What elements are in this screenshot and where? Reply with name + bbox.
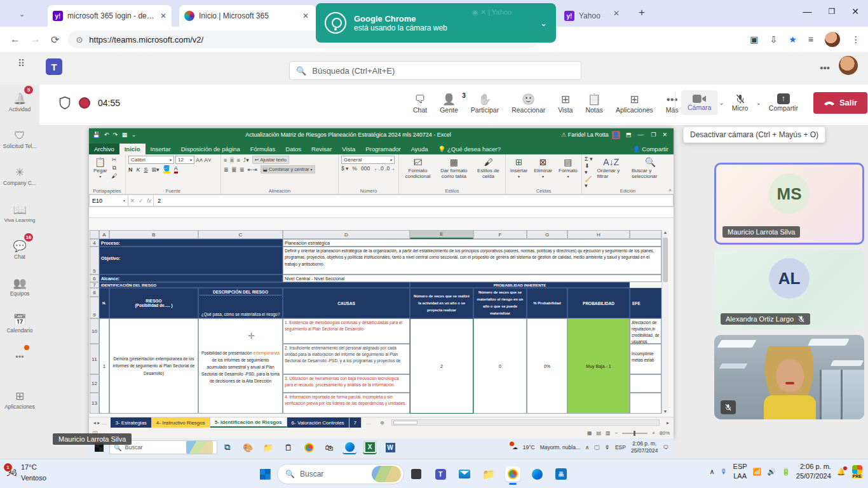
row-header-6[interactable]: 6 bbox=[90, 274, 99, 282]
fill-color-icon[interactable]: 🪣 bbox=[163, 165, 170, 173]
align-bottom-icon[interactable]: ≡ bbox=[237, 157, 240, 163]
normal-view-icon[interactable]: ▦ bbox=[587, 430, 592, 436]
share-button[interactable]: ↑ Compartir bbox=[763, 90, 804, 116]
participant-tile-mauricio[interactable]: MS Mauricio Larrota Silva bbox=[714, 163, 864, 245]
taskbar-chrome-icon[interactable] bbox=[505, 466, 520, 482]
row-header-11[interactable]: 11 bbox=[90, 344, 99, 374]
cell-causa-2[interactable]: 2. Insuficiente entrenamiento del person… bbox=[283, 344, 410, 374]
cell-alcance-label[interactable]: Alcance: bbox=[99, 274, 283, 282]
extensions-icon[interactable]: ≡ bbox=[808, 34, 813, 44]
scroll-thumb[interactable] bbox=[663, 238, 668, 282]
cell-descripcion-1[interactable]: Posibilidad de presentación extemporanea… bbox=[198, 318, 283, 414]
shared-notes-icon[interactable]: 🗒 bbox=[281, 440, 295, 454]
camera-button[interactable]: Cámara bbox=[681, 90, 717, 115]
shared-weather-temp[interactable]: 19°C bbox=[523, 444, 535, 451]
grow-font-icon[interactable]: A˄ bbox=[196, 157, 203, 163]
cancel-icon[interactable]: ✕ bbox=[130, 198, 135, 204]
cell-riesgo-1[interactable]: Demora (presentación extemporanea de los… bbox=[109, 318, 198, 414]
zoom-slider[interactable] bbox=[622, 433, 648, 434]
zoom-level[interactable]: 80% bbox=[660, 430, 670, 436]
sidebar-item-calendario[interactable]: 📅 Calendario bbox=[0, 306, 39, 342]
sidebar-item-solicitud[interactable]: 🛡 Solicitud Tel... bbox=[0, 121, 39, 158]
orientation-icon[interactable]: ⤴▾ bbox=[243, 157, 249, 163]
cell-realizo-1[interactable]: 2 bbox=[410, 318, 473, 414]
meeting-view-button[interactable]: ⊞Vista bbox=[552, 90, 579, 118]
format-cells-button[interactable]: ▤Formato▾ bbox=[557, 156, 580, 180]
zoom-out-icon[interactable]: − bbox=[615, 430, 618, 436]
meeting-react-button[interactable]: 🙂Reaccionar bbox=[505, 90, 552, 118]
shared-store-icon[interactable]: 🛍 bbox=[322, 440, 336, 454]
tab-search-chevron[interactable]: ⌄ bbox=[19, 10, 25, 18]
cell-efecto-2[interactable]: Incumplimie metas estab bbox=[630, 344, 661, 374]
shared-display-icon[interactable]: 🖵 bbox=[594, 444, 599, 451]
meeting-chat-button[interactable]: 🗨Chat bbox=[407, 90, 433, 118]
scroll-up-icon[interactable]: ▲ bbox=[662, 230, 668, 237]
row-header-12[interactable]: 12 bbox=[90, 374, 99, 393]
ribbon-options-icon[interactable]: ⬒ bbox=[626, 132, 632, 138]
header-veces-realizo[interactable]: Número de veces que se realizó la activi… bbox=[410, 288, 473, 318]
window-maximize-button[interactable]: ❐ bbox=[829, 7, 836, 16]
shared-taskview-icon[interactable]: ⧉ bbox=[220, 440, 234, 454]
font-color-icon[interactable]: A bbox=[174, 165, 178, 173]
taskbar-weather-widget[interactable]: 🌬 1 17°C Ventoso bbox=[6, 462, 46, 483]
row-header-8[interactable]: 8 bbox=[90, 288, 99, 297]
cell-materializo-1[interactable]: 0 bbox=[473, 318, 527, 414]
autosum-icon[interactable]: Σ ▾ bbox=[585, 156, 593, 162]
font-size-select[interactable]: 12▾ bbox=[175, 156, 194, 164]
notification-bell-icon[interactable]: 🔔 bbox=[837, 468, 846, 476]
align-center-icon[interactable]: ≣ bbox=[232, 166, 237, 173]
tab-close-icon[interactable]: ✕ bbox=[302, 11, 309, 20]
cut-icon[interactable]: ✂ bbox=[112, 156, 117, 164]
header-probabilidad[interactable]: PROBABILIDAD bbox=[567, 288, 630, 318]
number-format-select[interactable]: General▾ bbox=[341, 156, 395, 164]
header-descripcion[interactable]: DESCRIPCIÓN DEL RIESGO ¿Qué pasa, cómo s… bbox=[198, 288, 283, 318]
tab-archivo[interactable]: Archivo bbox=[89, 144, 119, 154]
battery-icon[interactable]: 🔋 bbox=[782, 468, 790, 476]
row-header-5[interactable]: 5 bbox=[90, 247, 99, 274]
browser-tab-1[interactable]: y! microsoft 365 login - de búsque ✕ bbox=[48, 5, 172, 27]
shared-edge-icon[interactable] bbox=[342, 440, 356, 454]
taskbar-explorer-icon[interactable]: 📁 bbox=[481, 466, 496, 482]
taskbar-scanner-icon[interactable]: 🖶 bbox=[553, 466, 569, 482]
sidebar-item-more[interactable]: ••• bbox=[0, 342, 39, 370]
cell-objetivo-label[interactable]: Objetivo: bbox=[99, 247, 283, 274]
teams-avatar[interactable] bbox=[839, 56, 858, 75]
sheet-tab-identificacion[interactable]: 5- Identificación de Riesgos bbox=[210, 417, 287, 428]
tray-chevron-icon[interactable]: ∧ bbox=[710, 468, 715, 476]
cell-efecto-4[interactable] bbox=[630, 393, 661, 414]
col-header-F[interactable]: F bbox=[473, 230, 527, 239]
bold-button[interactable]: N bbox=[128, 166, 133, 173]
participant-tile-video[interactable] bbox=[714, 335, 864, 419]
menu-icon[interactable]: ⋮ bbox=[851, 34, 860, 44]
cell-styles-button[interactable]: 🖌Estilos de celda bbox=[474, 156, 503, 180]
align-right-icon[interactable]: ≣ bbox=[240, 166, 245, 173]
meeting-notes-button[interactable]: 📋Notas bbox=[579, 90, 609, 118]
clear-icon[interactable]: 🧹▾ bbox=[585, 176, 593, 189]
tab-vista[interactable]: Vista bbox=[337, 144, 360, 154]
page-break-icon[interactable]: ▥ bbox=[606, 430, 611, 436]
format-painter-icon[interactable]: 🖌 bbox=[111, 172, 117, 180]
header-pct[interactable]: % Probabilidad bbox=[527, 288, 567, 318]
excel-close-button[interactable]: ✕ bbox=[662, 132, 667, 138]
meeting-raise-hand-button[interactable]: ✋Participar bbox=[465, 90, 505, 118]
header-more-icon[interactable]: ••• bbox=[820, 62, 830, 73]
zoom-slider-thumb[interactable] bbox=[634, 431, 635, 436]
row-header-7[interactable]: 7 bbox=[90, 282, 99, 288]
excel-restore-button[interactable]: ❐ bbox=[651, 132, 656, 138]
shared-word-icon[interactable]: W bbox=[383, 440, 397, 454]
back-icon[interactable]: ← bbox=[10, 34, 20, 45]
name-box[interactable]: E10▾ bbox=[89, 194, 128, 207]
conditional-format-button[interactable]: 🗠Formato condicional bbox=[402, 156, 434, 180]
decimal-icons[interactable]: ←.0 .0→ bbox=[374, 165, 395, 172]
borders-icon[interactable]: ⊞▾ bbox=[152, 166, 159, 173]
header-veces-materializo[interactable]: Número de veces que se materializo el ri… bbox=[473, 288, 527, 318]
paste-button[interactable]: 📋Pegar▾ bbox=[92, 156, 109, 180]
tab-close-icon[interactable]: ✕ bbox=[160, 11, 166, 20]
header-causas[interactable]: CAUSAS bbox=[283, 288, 410, 318]
shared-excel-icon[interactable]: X bbox=[363, 440, 377, 454]
align-middle-icon[interactable]: ≡ bbox=[230, 157, 233, 163]
window-close-button[interactable]: ✕ bbox=[851, 6, 859, 17]
copilot-icon[interactable]: PRE bbox=[851, 465, 863, 478]
section-identificacion[interactable]: IDENTIFICACIÓN DEL RIESGO bbox=[99, 282, 410, 288]
currency-icon[interactable]: $ ▾ bbox=[341, 165, 348, 172]
